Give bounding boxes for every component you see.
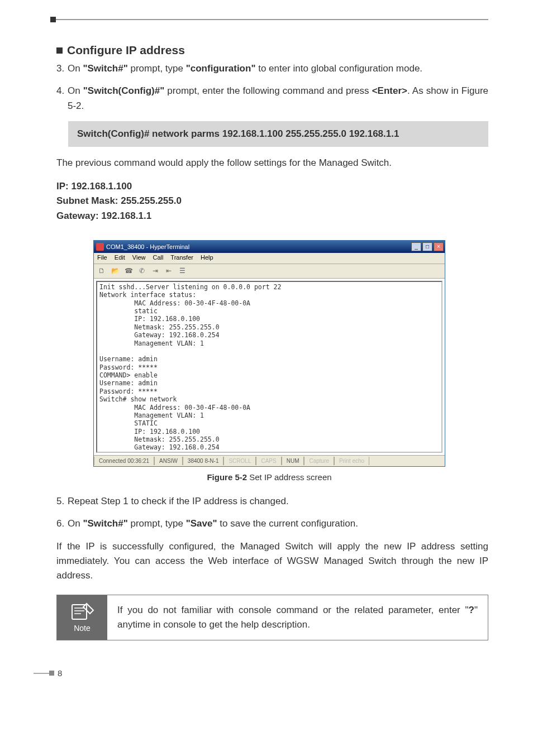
new-icon[interactable]: 🗋 xyxy=(96,265,107,276)
step-6: 6. On "Switch#" prompt, type "Save" to s… xyxy=(56,516,488,531)
note-bold: ? xyxy=(469,605,474,615)
step-4-text-b: prompt, enter the following command and … xyxy=(164,85,372,96)
note-label: Note xyxy=(74,624,91,633)
bullet-square-icon xyxy=(56,47,63,54)
step-3-text-a: On xyxy=(68,63,83,74)
ip-line: IP: 192.168.1.100 xyxy=(56,179,488,194)
menu-call[interactable]: Call xyxy=(153,254,164,261)
header-line xyxy=(56,19,488,20)
note-text: If you do not familiar with console comm… xyxy=(107,595,488,640)
close-button[interactable]: × xyxy=(434,242,444,251)
command-text: Switch(Config)# network parms 192.168.1.… xyxy=(77,128,399,139)
terminal-output: Init sshd...Server listening on 0.0.0.0 … xyxy=(96,281,442,453)
caption-rest: Set IP address screen xyxy=(247,472,331,482)
status-emulation: ANSIW xyxy=(154,457,183,465)
header-square-marker xyxy=(50,17,56,22)
step-6-text-b: prompt, type xyxy=(128,518,186,529)
step-3-bold-b: "configuration" xyxy=(186,63,256,74)
connect-icon[interactable]: ☎ xyxy=(123,265,134,276)
open-icon[interactable]: 📂 xyxy=(110,265,121,276)
body-paragraph-2: If the IP is successfully configured, th… xyxy=(56,539,488,583)
command-box: Switch(Config)# network parms 192.168.1.… xyxy=(68,121,488,147)
step-4-number: 4. xyxy=(56,84,64,98)
menu-file[interactable]: File xyxy=(97,254,107,261)
step-3-text-b: prompt, type xyxy=(128,63,186,74)
window-titlebar: COM1_38400 - HyperTerminal _ □ × xyxy=(94,241,445,253)
footer-square-marker xyxy=(49,671,54,676)
hyperterminal-window: COM1_38400 - HyperTerminal _ □ × File Ed… xyxy=(93,240,445,467)
send-icon[interactable]: ⇥ xyxy=(150,265,161,276)
menu-transfer[interactable]: Transfer xyxy=(170,254,193,261)
mask-line: Subnet Mask: 255.255.255.0 xyxy=(56,194,488,208)
step-3: 3. On "Switch#" prompt, type "configurat… xyxy=(56,61,488,76)
note-label-area: Note xyxy=(57,595,107,640)
section-heading: Configure IP address xyxy=(56,44,488,57)
step-6-number: 6. xyxy=(56,516,64,531)
note-box: Note If you do not familiar with console… xyxy=(56,595,488,641)
step-6-text-c: to save the current configuration. xyxy=(217,518,358,529)
disconnect-icon[interactable]: ✆ xyxy=(136,265,147,276)
footer-line-left xyxy=(34,673,49,674)
step-4-bold-a: "Switch(Config)#" xyxy=(83,85,165,96)
step-4: 4. On "Switch(Config)#" prompt, enter th… xyxy=(56,84,488,113)
step-4-bold-b: <Enter> xyxy=(372,85,407,96)
status-caps: CAPS xyxy=(256,457,281,465)
settings-summary: IP: 192.168.1.100 Subnet Mask: 255.255.2… xyxy=(56,179,488,223)
menu-bar: File Edit View Call Transfer Help xyxy=(94,253,445,264)
step-6-bold-a: "Switch#" xyxy=(83,518,127,529)
status-num: NUM xyxy=(282,457,304,465)
step-3-number: 3. xyxy=(56,61,64,76)
step-5-text: Repeat Step 1 to check if the IP address… xyxy=(68,496,289,506)
app-icon xyxy=(96,243,104,251)
status-bar: Connected 00:36:21 ANSIW 38400 8-N-1 SCR… xyxy=(94,455,445,466)
section-title: Configure IP address xyxy=(67,44,185,56)
figure-caption: Figure 5-2 Set IP address screen xyxy=(50,472,488,482)
status-baud: 38400 8-N-1 xyxy=(183,457,224,465)
body-paragraph-1: The previous command would apply the fol… xyxy=(56,156,488,170)
menu-edit[interactable]: Edit xyxy=(115,254,125,261)
window-title: COM1_38400 - HyperTerminal xyxy=(106,243,410,250)
status-scroll: SCROLL xyxy=(223,457,256,465)
step-4-text-a: On xyxy=(68,85,83,96)
receive-icon[interactable]: ⇤ xyxy=(163,265,174,276)
maximize-button[interactable]: □ xyxy=(422,242,432,251)
step-6-text-a: On xyxy=(68,518,83,529)
step-3-bold-a: "Switch#" xyxy=(83,63,127,74)
note-icon xyxy=(70,602,94,621)
status-connected: Connected 00:36:21 xyxy=(94,457,154,465)
menu-help[interactable]: Help xyxy=(201,254,213,261)
page-number: 8 xyxy=(58,668,65,678)
properties-icon[interactable]: ☰ xyxy=(177,265,188,276)
status-capture: Capture xyxy=(304,457,334,465)
note-text-a: If you do not familiar with console comm… xyxy=(117,605,469,615)
status-printecho: Print echo xyxy=(334,457,369,465)
step-5-number: 5. xyxy=(56,494,64,509)
minimize-button[interactable]: _ xyxy=(411,242,421,251)
gateway-line: Gateway: 192.168.1.1 xyxy=(56,209,488,223)
footer: 8 xyxy=(17,668,488,678)
step-3-text-c: to enter into global configuration mode. xyxy=(255,63,422,74)
toolbar: 🗋 📂 ☎ ✆ ⇥ ⇤ ☰ xyxy=(94,264,445,279)
header-rule xyxy=(50,17,488,28)
menu-view[interactable]: View xyxy=(132,254,146,261)
step-5: 5. Repeat Step 1 to check if the IP addr… xyxy=(56,494,488,509)
step-6-bold-b: "Save" xyxy=(186,518,217,529)
terminal-area: Init sshd...Server listening on 0.0.0.0 … xyxy=(94,279,445,455)
caption-bold: Figure 5-2 xyxy=(207,472,247,482)
svg-rect-0 xyxy=(72,605,87,619)
